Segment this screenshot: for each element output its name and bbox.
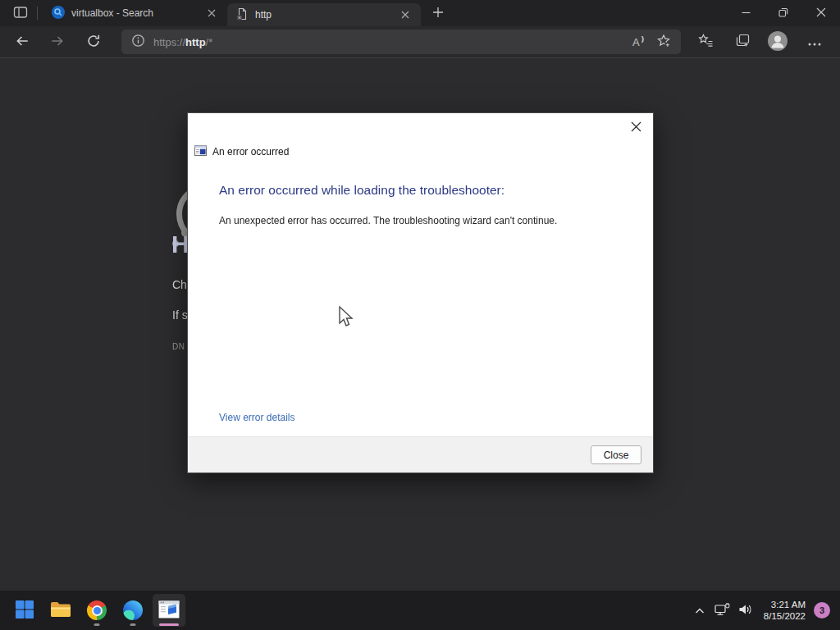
tab-title: http [255,9,396,21]
collections-icon [735,34,751,50]
troubleshooter-window-icon [158,600,180,621]
taskbar-clock[interactable]: 3:21 AM 8/15/2022 [764,599,806,622]
clock-date: 8/15/2022 [764,610,806,622]
speaker-icon [738,604,753,618]
running-indicator [94,623,100,626]
minimize-button[interactable] [727,0,765,26]
collections-button[interactable] [729,29,756,55]
url-scheme: https:// [153,36,185,48]
dialog-message: An unexpected error has occurred. The tr… [219,215,557,226]
close-icon [631,121,641,135]
folder-icon [50,600,71,621]
dialog-title: An error occurred [212,146,289,158]
chevron-up-icon [695,605,705,617]
page-text-fragment: Ch [172,278,187,291]
search-icon [52,6,65,21]
restore-button[interactable] [765,0,802,26]
tab-separator [37,7,38,20]
dialog-heading: An error occurred while loading the trou… [219,183,504,198]
tab-close-button[interactable] [203,4,221,22]
active-indicator [159,623,179,626]
close-window-button[interactable] [802,0,840,26]
file-explorer-button[interactable] [44,594,77,627]
tab-virtualbox-search[interactable]: virtualbox - Search [43,2,227,25]
edge-button[interactable] [116,594,149,627]
url-text[interactable]: https://http/* [153,36,627,48]
document-error-icon [235,7,249,23]
page-text-fragment: If s [172,308,188,322]
troubleshooter-window-icon [194,144,207,159]
desktop-screen: virtualbox - Search http [0,0,840,630]
settings-menu-button[interactable] [801,29,828,55]
read-aloud-icon: A❫ [632,35,646,48]
ethernet-icon [714,603,730,619]
workspaces-icon [13,5,28,22]
running-indicator [130,623,136,626]
close-icon [208,7,216,20]
forward-button[interactable] [44,29,71,55]
plus-icon [432,7,444,21]
back-arrow-icon [15,34,30,51]
start-button[interactable] [8,594,41,627]
refresh-button[interactable] [80,29,107,55]
troubleshooter-app-button[interactable] [153,594,185,627]
avatar-icon [767,30,788,54]
tab-http-active[interactable]: http [227,3,421,26]
taskbar-apps [8,594,185,627]
new-tab-button[interactable] [429,4,447,22]
url-host: http [185,36,206,48]
system-tray: 3:21 AM 8/15/2022 3 [688,594,840,627]
chrome-icon [87,600,107,620]
browser-toolbar: https://http/* A❫ [0,26,840,57]
close-icon [401,9,409,21]
back-button[interactable] [9,29,35,55]
view-error-details-link[interactable]: View error details [219,412,294,423]
browser-tab-strip: virtualbox - Search http [0,0,840,26]
window-controls [727,0,840,26]
profile-button[interactable] [765,29,791,55]
tab-actions-button[interactable] [10,3,31,23]
notification-badge[interactable]: 3 [814,602,830,619]
tray-overflow-button[interactable] [688,594,711,627]
dialog-close-button[interactable] [627,119,645,137]
windows-logo-icon [15,600,34,622]
read-aloud-button[interactable]: A❫ [627,31,651,52]
favorites-star-icon [698,34,714,50]
close-icon [816,7,826,20]
taskbar: 3:21 AM 8/15/2022 3 [0,591,840,630]
volume-button[interactable] [734,594,757,627]
page-text-fragment: DN [172,342,185,351]
forward-arrow-icon [50,34,65,51]
address-bar[interactable]: https://http/* A❫ [121,30,681,54]
tab-title: virtualbox - Search [71,7,203,19]
network-button[interactable] [711,594,734,627]
restore-icon [778,7,788,20]
tab-close-button[interactable] [396,6,414,24]
ellipsis-icon [808,36,821,48]
troubleshooter-error-dialog: An error occurred An error occurred whil… [187,112,654,473]
minimize-icon [742,7,751,20]
clock-time: 3:21 AM [764,599,806,610]
close-button[interactable]: Close [591,445,641,464]
site-info-icon[interactable] [131,34,145,51]
dialog-footer: Close [188,436,653,472]
chrome-button[interactable] [80,594,113,627]
edge-icon [123,600,143,620]
add-favorite-button[interactable] [651,31,676,52]
favorites-button[interactable] [692,29,719,55]
star-add-icon [656,34,671,51]
url-path: /* [206,36,213,48]
dialog-title-row: An error occurred [194,144,289,159]
refresh-icon [86,34,101,51]
